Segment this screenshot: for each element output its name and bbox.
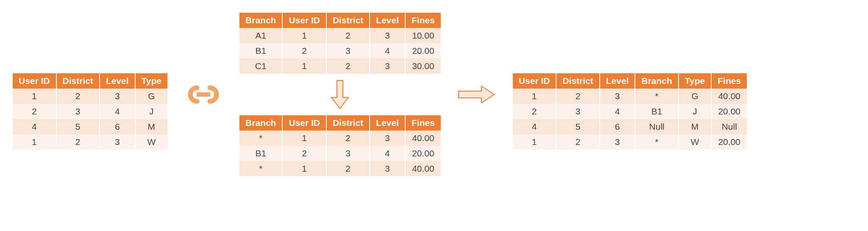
col-header: User ID (282, 13, 326, 28)
col-header: Type (679, 73, 711, 89)
col-header: District (556, 73, 599, 89)
table-row: A1 1 2 3 10.00 (239, 28, 441, 43)
result-table: User ID District Level Branch Type Fines… (513, 73, 747, 150)
table-row: 4 5 6 M (13, 119, 167, 134)
table-row: C1 1 2 3 30.00 (239, 58, 441, 74)
left-table: User ID District Level Type 1 2 3 G 2 3 … (13, 73, 167, 150)
col-header: Level (100, 73, 135, 89)
table-row: B1 2 3 4 20.00 (239, 146, 441, 161)
left-table-block: User ID District Level Type 1 2 3 G 2 3 … (13, 73, 167, 150)
col-header: District (326, 13, 370, 28)
col-header: Type (135, 73, 167, 89)
table-row: * 1 2 3 40.00 (239, 161, 441, 176)
middle-tables-block: Branch User ID District Level Fines A1 1… (239, 13, 441, 176)
right-arrow-icon (458, 85, 496, 104)
table-row: 1 2 3 * W 20.00 (513, 134, 747, 150)
result-table-block: User ID District Level Branch Type Fines… (513, 73, 747, 150)
table-row: * 1 2 3 40.00 (239, 131, 441, 146)
down-arrow-icon (331, 80, 349, 109)
table-row: 2 3 4 B1 J 20.00 (513, 104, 747, 119)
table-row: 1 2 3 W (13, 134, 167, 150)
top-table: Branch User ID District Level Fines A1 1… (239, 13, 441, 74)
col-header: User ID (513, 73, 556, 89)
col-header: Fines (405, 13, 441, 28)
col-header: District (56, 73, 100, 89)
table-row: 2 3 4 J (13, 104, 167, 119)
col-header: Level (600, 73, 635, 89)
table-row: 4 5 6 Null M Null (513, 119, 747, 134)
table-row: 1 2 3 * G 40.00 (513, 89, 747, 104)
col-header: Level (370, 13, 405, 28)
col-header: Level (370, 115, 405, 131)
col-header: Fines (405, 115, 441, 131)
bottom-table: Branch User ID District Level Fines * 1 … (239, 115, 441, 176)
svg-rect-0 (197, 92, 210, 97)
link-icon (180, 82, 227, 107)
col-header: District (326, 115, 370, 131)
col-header: Branch (239, 13, 282, 28)
col-header: Branch (239, 115, 282, 131)
col-header: User ID (282, 115, 326, 131)
diagram-canvas: User ID District Level Type 1 2 3 G 2 3 … (13, 13, 855, 176)
table-row: 1 2 3 G (13, 89, 167, 104)
table-row: B1 2 3 4 20.00 (239, 43, 441, 58)
col-header: Fines (711, 73, 747, 89)
col-header: User ID (13, 73, 56, 89)
col-header: Branch (635, 73, 678, 89)
